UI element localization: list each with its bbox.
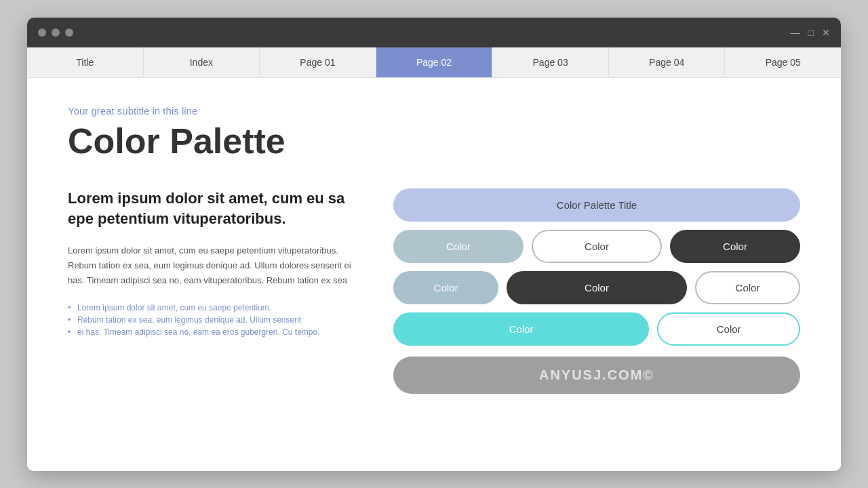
- palette-btn-teal[interactable]: Color: [393, 312, 649, 346]
- tab-page03[interactable]: Page 03: [492, 47, 609, 77]
- page-title: Color Palette: [68, 121, 800, 161]
- titlebar: — □ ✕: [27, 18, 841, 47]
- minimize-button[interactable]: —: [791, 27, 800, 38]
- watermark-button: ANYUSJ.COM©: [393, 357, 800, 394]
- tab-page01[interactable]: Page 01: [260, 47, 376, 77]
- bullet-item-1: Lorem ipsum dolor sit amet, cum eu saepe…: [68, 302, 353, 314]
- traffic-light-red[interactable]: [38, 28, 46, 37]
- palette-row-4: Color Color: [393, 312, 800, 346]
- color-palette: Color Palette Title Color Color Color Co…: [393, 188, 800, 394]
- palette-title-button[interactable]: Color Palette Title: [393, 188, 800, 222]
- palette-watermark-row: ANYUSJ.COM©: [393, 357, 800, 394]
- lead-text: Lorem ipsum dolor sit amet, cum eu sa ep…: [68, 188, 353, 230]
- palette-row-3: Color Color Color: [393, 271, 800, 304]
- palette-btn-light-blue[interactable]: Color: [393, 230, 524, 263]
- close-button[interactable]: ✕: [822, 27, 830, 38]
- palette-btn-light-blue2[interactable]: Color: [393, 271, 498, 304]
- tab-bar: Title Index Page 01 Page 02 Page 03 Page…: [27, 47, 841, 78]
- traffic-light-yellow[interactable]: [52, 28, 60, 37]
- tab-title[interactable]: Title: [27, 47, 144, 77]
- left-column: Lorem ipsum dolor sit amet, cum eu sa ep…: [68, 188, 353, 339]
- page-content: Your great subtitle in this line Color P…: [27, 78, 841, 471]
- tab-page02[interactable]: Page 02: [376, 47, 493, 77]
- traffic-light-green[interactable]: [65, 28, 73, 37]
- tab-index[interactable]: Index: [144, 47, 260, 77]
- tab-page04[interactable]: Page 04: [609, 47, 726, 77]
- window-controls: — □ ✕: [791, 27, 830, 38]
- body-text: Lorem ipsum dolor sit amet, cum eu saepe…: [68, 243, 353, 288]
- bullet-list: Lorem ipsum dolor sit amet, cum eu saepe…: [68, 302, 353, 338]
- palette-btn-outline-teal[interactable]: Color: [657, 312, 800, 346]
- palette-btn-dark[interactable]: Color: [670, 230, 800, 263]
- palette-row-2: Color Color Color: [393, 230, 800, 263]
- window: — □ ✕ Title Index Page 01 Page 02 Page 0…: [27, 18, 841, 471]
- traffic-lights: [38, 28, 73, 37]
- palette-btn-outline-gray2[interactable]: Color: [695, 271, 800, 304]
- palette-btn-dark2[interactable]: Color: [507, 271, 687, 304]
- tab-page05[interactable]: Page 05: [725, 47, 841, 77]
- palette-row-title: Color Palette Title: [393, 188, 800, 222]
- page-subtitle: Your great subtitle in this line: [68, 105, 800, 117]
- two-column-layout: Lorem ipsum dolor sit amet, cum eu sa ep…: [68, 188, 800, 394]
- bullet-item-3: ei has. Timeam adipisci sea no, eam ea e…: [68, 326, 353, 338]
- maximize-button[interactable]: □: [808, 27, 814, 38]
- palette-btn-outline-gray[interactable]: Color: [532, 230, 662, 263]
- bullet-item-2: Rebum tation ex sea, eum legimus denique…: [68, 314, 353, 326]
